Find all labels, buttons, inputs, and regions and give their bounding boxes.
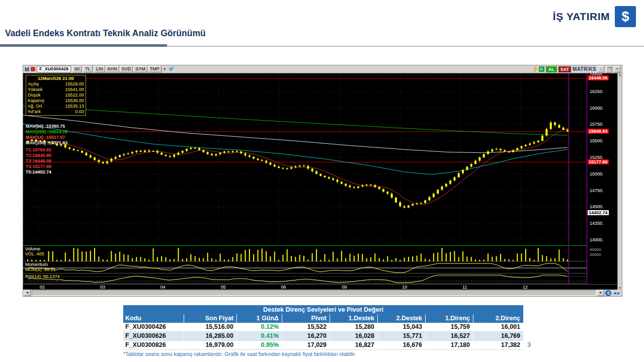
scroll-right-icon[interactable]: ► xyxy=(597,290,604,296)
column-header: Son Fiyat xyxy=(184,314,236,323)
sell-button[interactable]: SAT xyxy=(558,66,571,72)
page-number: 3 xyxy=(527,341,531,348)
volume-pane-value: VOL :405 xyxy=(25,251,44,256)
table-row: F_XU030082616,979.000.95%17,02916,82716,… xyxy=(123,341,523,350)
ma-legend-item: MAV(100) :15371.93 xyxy=(26,140,67,146)
vertical-scrollbar[interactable]: ▲ ▼ xyxy=(617,73,622,290)
matriks-logo: MATRİKS xyxy=(573,66,596,72)
info-row: Ağ. Ort15535.13 xyxy=(28,104,84,109)
y-axis-tick: 16250. xyxy=(590,89,604,94)
column-header: 2.Direnç xyxy=(473,314,523,323)
momentum-pane-title: Momentum xyxy=(25,262,56,267)
price-chart-svg xyxy=(23,73,587,246)
table-footnote: *Tablolar seans sonu kapanış rakamlarıdı… xyxy=(123,351,356,357)
info-label: Açılış xyxy=(28,81,39,87)
rsi-pane[interactable]: RSI(14) :55.1374 xyxy=(23,274,587,284)
time-axis-label: 10 xyxy=(402,285,407,290)
price-level-label: 16446.06 xyxy=(588,75,609,80)
scrollbar-track[interactable] xyxy=(32,290,596,296)
c-icon[interactable]: C xyxy=(539,66,544,72)
price-axis: 16500.16250.16000.15750.15500.15250.1500… xyxy=(587,73,617,284)
ma-legend-item: MAV(50) :15380.75 xyxy=(26,124,67,129)
time-axis-label: 02 xyxy=(40,285,45,290)
rsi-svg xyxy=(23,274,587,284)
toolbar-mode-khn[interactable]: KHN xyxy=(106,66,119,72)
table-cell: 15,771 xyxy=(377,332,425,341)
close-button[interactable]: × xyxy=(614,66,620,72)
y-axis-tick: 14250. xyxy=(590,221,604,226)
ma-legend-item: MAV(14) :15517.07 xyxy=(26,135,67,140)
volume-pane[interactable]: Volume VOL :405 xyxy=(23,246,587,261)
volume-axis-tick: 40000. xyxy=(590,247,602,252)
column-header: Kodu xyxy=(123,314,184,323)
twitter-icon[interactable] xyxy=(168,66,175,72)
alert-icon[interactable] xyxy=(31,67,35,71)
table-cell: 15,522 xyxy=(282,323,330,332)
minimize-button[interactable]: – xyxy=(598,66,604,72)
info-value: 15522.00 xyxy=(65,93,84,98)
time-axis-label: 04 xyxy=(160,285,166,290)
maximize-button[interactable]: ❒ xyxy=(606,66,612,72)
time-axis-label: 09 xyxy=(342,285,347,290)
matriks-m-icon[interactable]: M xyxy=(25,66,29,72)
info-timestamp: 12March26 21:00 xyxy=(28,76,84,81)
table-row: F_XU030062616,285.000.41%16,27016,02815,… xyxy=(123,332,523,341)
table-cell: 16,827 xyxy=(330,341,377,350)
info-label: Yüksek xyxy=(28,87,43,93)
table-cell: 0.41% xyxy=(236,332,282,341)
pivot-level-item: T3:16446.06 xyxy=(26,158,51,164)
column-header: 1.Direnç xyxy=(425,314,473,323)
toolbar-mode-svd[interactable]: SVD xyxy=(120,66,133,72)
y-axis-tick: 14750. xyxy=(590,188,604,193)
info-value: 15536.00 xyxy=(65,98,84,104)
horizontal-scrollbar[interactable]: ◄ ► S ◄► xyxy=(23,290,622,296)
toolbar-mode-tmp[interactable]: TMP xyxy=(148,66,162,72)
table-cell: 16,676 xyxy=(377,341,425,350)
y-axis-tick: 15000. xyxy=(590,171,604,176)
y-axis-tick: 15500. xyxy=(590,138,604,143)
period-button[interactable]: 60 xyxy=(72,66,82,72)
momentum-svg xyxy=(23,262,587,274)
table-cell: 15,280 xyxy=(330,323,377,332)
matriks-chart-window: M F_XU0300426 60 TL LINKHNSVDSYMTMP ▼ C … xyxy=(23,65,622,297)
pivot-level-item: T2:15640.95 xyxy=(26,153,51,158)
chevron-down-icon[interactable]: ▼ xyxy=(163,67,167,71)
levels-table: Destek Direnç Seviyeleri ve Pivot Değeri… xyxy=(123,305,523,350)
info-value: 15529.00 xyxy=(65,81,84,87)
symbol-input[interactable]: F_XU0300426 xyxy=(37,66,71,72)
price-level-label: 15640.93 xyxy=(588,129,609,134)
table-cell: F_XU0300426 xyxy=(123,323,184,332)
ma-legend-item: MAV(200) :15513.26 xyxy=(26,129,67,135)
table-cell: 17,180 xyxy=(425,341,473,350)
volume-svg xyxy=(23,246,587,261)
table-cell: F_XU0300826 xyxy=(123,341,184,350)
info-row: %Fark0.03 xyxy=(28,109,84,115)
time-axis-label: 11 xyxy=(462,285,467,290)
toolbar-mode-sym[interactable]: SYM xyxy=(133,66,147,72)
time-axis-label: 03 xyxy=(100,285,105,290)
ohlc-info-panel: 12March26 21:00 Açılış15529.00Yüksek1554… xyxy=(26,75,86,116)
price-pane[interactable]: 12March26 21:00 Açılış15529.00Yüksek1554… xyxy=(23,73,587,246)
buy-button[interactable]: AL xyxy=(546,66,557,72)
column-header: 2.Destek xyxy=(377,314,425,323)
lightning-icon[interactable] xyxy=(533,66,537,72)
nav-arrows-icon[interactable]: ◄► xyxy=(612,291,621,296)
table-cell: 16,001 xyxy=(473,323,523,332)
table-cell: 16,527 xyxy=(425,332,473,341)
price-level-label: 15177.69 xyxy=(588,159,609,164)
price-level-label: 14402.74 xyxy=(588,210,609,215)
info-label: Ağ. Ort xyxy=(28,104,42,109)
currency-button[interactable]: TL xyxy=(83,66,93,72)
scroll-left-icon[interactable]: ◄ xyxy=(24,290,31,296)
table-cell: 17,382 xyxy=(473,341,523,350)
time-axis-label: 05 xyxy=(221,285,226,290)
table-cell: 16,270 xyxy=(282,332,330,341)
info-value: 15541.00 xyxy=(65,87,84,93)
info-value: 15535.13 xyxy=(65,104,84,109)
column-header: Pivot xyxy=(282,314,330,323)
scroll-up-icon[interactable]: ▲ xyxy=(618,73,621,76)
y-axis-tick: 14500. xyxy=(590,204,604,209)
toolbar-mode-lin[interactable]: LIN xyxy=(94,66,105,72)
table-cell: 15,516.00 xyxy=(184,323,236,332)
momentum-pane[interactable]: Momentum MOM(9) :99.91 xyxy=(23,262,587,274)
